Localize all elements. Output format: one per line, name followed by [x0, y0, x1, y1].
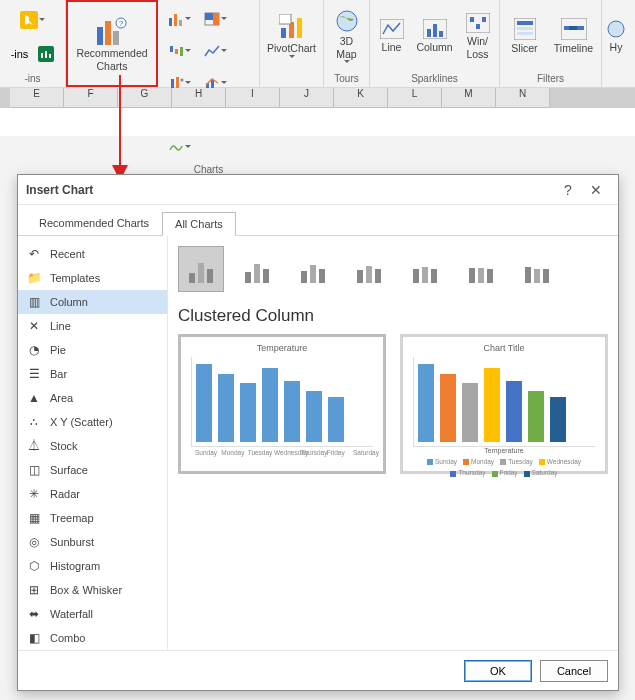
- ribbon-group-tours: 3D Map Tours: [324, 0, 370, 87]
- ok-button[interactable]: OK: [464, 660, 532, 682]
- sidebar-item-templates[interactable]: 📁Templates: [18, 266, 167, 290]
- subtype-6[interactable]: [514, 246, 560, 292]
- sidebar-item-label: Line: [50, 320, 71, 332]
- svg-point-18: [180, 79, 183, 82]
- chart-line-small[interactable]: [198, 36, 232, 66]
- sidebar-item-stock[interactable]: ⏃Stock: [18, 434, 167, 458]
- people-graph-icon[interactable]: [34, 39, 58, 69]
- subtype-5[interactable]: [458, 246, 504, 292]
- sparkline-winloss-button[interactable]: Win/ Loss: [459, 7, 497, 67]
- timeline-button[interactable]: Timeline: [549, 7, 599, 67]
- sidebar-item-combo[interactable]: ◧Combo: [18, 626, 167, 650]
- svg-text:?: ?: [119, 19, 124, 28]
- column-icon: ▥: [26, 294, 42, 310]
- column-header[interactable]: I: [226, 88, 280, 108]
- svg-rect-56: [319, 269, 325, 283]
- ribbon-group-addins: -ins -ins: [0, 0, 66, 87]
- chart-preview-2[interactable]: Chart TitleTemperatureSundayMondayTuesda…: [400, 334, 608, 474]
- bar: [418, 364, 434, 442]
- radar-icon: ✳: [26, 486, 42, 502]
- recommended-charts-button[interactable]: ? Recommended Charts: [66, 0, 158, 87]
- svg-rect-54: [301, 271, 307, 283]
- worksheet-grid[interactable]: EFGHIJKLMN: [0, 88, 635, 136]
- subtype-2[interactable]: [290, 246, 336, 292]
- column-header[interactable]: G: [118, 88, 172, 108]
- ribbon-group-label: Filters: [537, 71, 564, 87]
- bing-maps-icon[interactable]: [16, 5, 50, 35]
- sidebar-item-radar[interactable]: ✳Radar: [18, 482, 167, 506]
- chart-column-small[interactable]: [162, 4, 196, 34]
- ribbon-group-label: Tours: [334, 71, 358, 87]
- sidebar-item-column[interactable]: ▥Column: [18, 290, 167, 314]
- help-button[interactable]: ?: [554, 182, 582, 198]
- tab-all-charts[interactable]: All Charts: [162, 212, 236, 236]
- svg-rect-49: [198, 263, 204, 283]
- sunburst-icon: ◎: [26, 534, 42, 550]
- hyperlink-button[interactable]: Hy: [604, 7, 628, 67]
- sidebar-item-recent[interactable]: ↶Recent: [18, 242, 167, 266]
- column-header[interactable]: M: [442, 88, 496, 108]
- sparkline-column-button[interactable]: Column: [413, 7, 457, 67]
- sidebar-item-waterfall[interactable]: ⬌Waterfall: [18, 602, 167, 626]
- svg-rect-42: [517, 32, 533, 35]
- sidebar-item-label: Histogram: [50, 560, 100, 572]
- ribbon-group-label: -ins: [24, 71, 40, 87]
- close-button[interactable]: ✕: [582, 182, 610, 198]
- slicer-button[interactable]: Slicer: [503, 7, 547, 67]
- chart-waterfall-small[interactable]: [162, 36, 196, 66]
- subtype-0[interactable]: [178, 246, 224, 292]
- sidebar-item-box[interactable]: ⊞Box & Whisker: [18, 578, 167, 602]
- sidebar-item-line[interactable]: ✕Line: [18, 314, 167, 338]
- svg-rect-61: [422, 267, 428, 283]
- sidebar-item-xy[interactable]: ∴X Y (Scatter): [18, 410, 167, 434]
- subtype-1[interactable]: [234, 246, 280, 292]
- column-header[interactable]: F: [64, 88, 118, 108]
- bar: [462, 383, 478, 442]
- pivotchart-icon: [279, 14, 305, 40]
- cancel-button[interactable]: Cancel: [540, 660, 608, 682]
- sidebar-item-label: Waterfall: [50, 608, 93, 620]
- sidebar-item-label: Combo: [50, 632, 85, 644]
- map-3d-icon: [335, 9, 359, 33]
- svg-rect-28: [279, 14, 291, 24]
- bar: [550, 397, 566, 442]
- pivotchart-button[interactable]: PivotChart: [260, 0, 324, 87]
- 3d-map-button[interactable]: 3D Map: [326, 5, 368, 69]
- ribbon-group-charts: Charts: [158, 0, 260, 87]
- sidebar-item-label: Treemap: [50, 512, 94, 524]
- sidebar-item-sunburst[interactable]: ◎Sunburst: [18, 530, 167, 554]
- ribbon-group-label: Sparklines: [411, 71, 458, 87]
- tab-recommended[interactable]: Recommended Charts: [26, 211, 162, 235]
- chart-surface-small[interactable]: [162, 132, 196, 162]
- subtype-4[interactable]: [402, 246, 448, 292]
- sidebar-item-treemap[interactable]: ▦Treemap: [18, 506, 167, 530]
- chart-subtype-title: Clustered Column: [178, 306, 608, 326]
- sidebar-item-area[interactable]: ▲Area: [18, 386, 167, 410]
- subtype-3[interactable]: [346, 246, 392, 292]
- svg-rect-57: [357, 270, 363, 283]
- column-header[interactable]: J: [280, 88, 334, 108]
- chart-hierarchy-small[interactable]: [198, 4, 232, 34]
- svg-rect-59: [375, 269, 381, 283]
- line-icon: ✕: [26, 318, 42, 334]
- sparkline-line-button[interactable]: Line: [373, 7, 411, 67]
- sidebar-item-pie[interactable]: ◔Pie: [18, 338, 167, 362]
- chart-preview-1[interactable]: TemperatureSundayMondayTuesdayWednesdayT…: [178, 334, 386, 474]
- svg-rect-62: [431, 269, 437, 283]
- recommended-charts-icon: ?: [97, 17, 127, 45]
- column-header[interactable]: N: [496, 88, 550, 108]
- svg-rect-67: [534, 269, 540, 283]
- sidebar-item-surface[interactable]: ◫Surface: [18, 458, 167, 482]
- svg-rect-13: [170, 46, 173, 52]
- svg-rect-48: [189, 273, 195, 283]
- column-header[interactable]: H: [172, 88, 226, 108]
- addins-button[interactable]: -ins: [8, 39, 32, 69]
- svg-rect-2: [97, 27, 103, 45]
- sidebar-item-bar[interactable]: ☰Bar: [18, 362, 167, 386]
- column-header[interactable]: K: [334, 88, 388, 108]
- bar: [440, 374, 456, 442]
- sidebar-item-histogram[interactable]: ⬡Histogram: [18, 554, 167, 578]
- column-header[interactable]: E: [10, 88, 64, 108]
- column-header[interactable]: L: [388, 88, 442, 108]
- svg-rect-14: [175, 49, 178, 54]
